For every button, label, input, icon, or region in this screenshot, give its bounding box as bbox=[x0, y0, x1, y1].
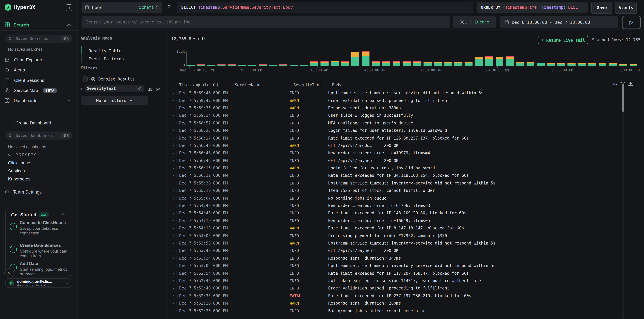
drag-handle-icon[interactable]: ⠿ bbox=[231, 83, 233, 87]
histogram-bar[interactable] bbox=[619, 64, 627, 66]
expand-row-icon[interactable]: › bbox=[172, 136, 174, 140]
expand-row-icon[interactable]: › bbox=[172, 309, 174, 313]
histogram-bar[interactable] bbox=[434, 62, 442, 66]
pin-icon[interactable] bbox=[156, 86, 160, 91]
histogram-bar[interactable] bbox=[558, 63, 565, 66]
sql-toggle[interactable]: SQL bbox=[460, 20, 467, 24]
get-started-task[interactable]: ✓ Connect to ClickHouse Set up your data… bbox=[10, 220, 69, 236]
expand-row-icon[interactable]: › bbox=[172, 256, 174, 261]
column-header-severitytext[interactable]: ⠿SeverityText bbox=[290, 82, 328, 87]
histogram-bar[interactable] bbox=[454, 62, 462, 66]
table-row[interactable]: › Dec 7 5:53:34.000 PM INFO Response sen… bbox=[168, 255, 624, 262]
histogram-bar[interactable] bbox=[465, 62, 472, 66]
column-header-servicename[interactable]: ⠿ServiceName bbox=[231, 82, 290, 87]
table-row[interactable]: › Dec 7 5:54:13.000 PM WARN Rate limit e… bbox=[168, 224, 624, 232]
histogram-bar[interactable] bbox=[537, 62, 545, 66]
source-select[interactable]: Logs Schema bbox=[82, 2, 162, 13]
histogram-bar[interactable] bbox=[588, 63, 596, 66]
histogram-bar[interactable] bbox=[403, 61, 411, 66]
histogram-bar[interactable] bbox=[310, 61, 318, 66]
expand-row-icon[interactable]: › bbox=[172, 166, 174, 170]
denoise-results-toggle[interactable]: Denoise Results bbox=[82, 76, 135, 81]
expand-row-icon[interactable]: › bbox=[172, 294, 174, 298]
presets-toggle[interactable]: PRESETS bbox=[8, 153, 37, 157]
code-view-icon[interactable]: </> bbox=[612, 82, 617, 86]
table-row[interactable]: › Dec 7 5:56:48.000 PM INFO New order cr… bbox=[168, 149, 624, 157]
histogram-bar[interactable] bbox=[362, 51, 370, 66]
chart-toggle-icon[interactable] bbox=[148, 86, 152, 91]
lucene-toggle[interactable]: Lucene bbox=[475, 20, 489, 24]
scrollbar-thumb[interactable] bbox=[622, 83, 624, 112]
get-started-task[interactable]: ✓ Create Data Sources Configure where yo… bbox=[10, 243, 69, 259]
saved-searches-input[interactable] bbox=[15, 36, 62, 41]
histogram-bar[interactable] bbox=[578, 63, 586, 66]
run-query-button[interactable]: ▷ bbox=[622, 16, 641, 29]
table-row[interactable]: › Dec 7 5:59:48.000 PM INFO Upstream ser… bbox=[168, 89, 624, 97]
histogram-bar[interactable] bbox=[259, 64, 267, 66]
table-row[interactable]: › Dec 7 5:52:28.000 PM WARN Response sen… bbox=[168, 300, 624, 307]
order-by-chip[interactable]: ORDER BY (TimestampTime, Timestamp) DESC bbox=[477, 2, 588, 13]
table-row[interactable]: › Dec 7 5:53:53.000 PM WARN Upstream ser… bbox=[168, 240, 624, 247]
histogram-bar[interactable] bbox=[444, 62, 452, 66]
expand-row-icon[interactable]: › bbox=[172, 211, 174, 215]
table-row[interactable]: › Dec 7 5:58:23.000 PM INFO Login failed… bbox=[168, 127, 624, 134]
histogram-bar[interactable] bbox=[516, 62, 524, 66]
expand-row-icon[interactable]: › bbox=[172, 151, 174, 155]
histogram-bar[interactable] bbox=[320, 61, 328, 66]
expand-row-icon[interactable]: › bbox=[172, 196, 174, 200]
histogram-bar[interactable] bbox=[341, 61, 349, 66]
table-row[interactable]: › Dec 7 5:52:25.000 PM INFO Background j… bbox=[168, 307, 624, 315]
table-row[interactable]: › Dec 7 5:56:15.000 PM WARN Login failed… bbox=[168, 164, 624, 172]
date-range-picker[interactable]: Dec 6 18:00:00 - Dec 7 18:00:00 bbox=[500, 16, 618, 28]
histogram-bar[interactable] bbox=[197, 64, 205, 66]
language-toggle[interactable]: SQL | Lucene bbox=[453, 16, 496, 28]
expand-row-icon[interactable]: › bbox=[172, 301, 174, 306]
table-row[interactable]: › Dec 7 5:58:52.000 PM INFO MFA challeng… bbox=[168, 119, 624, 127]
table-scrollbar[interactable] bbox=[622, 81, 624, 319]
resume-live-tail-button[interactable]: ⚡ Resume Live Tail bbox=[538, 36, 588, 44]
table-row[interactable]: › Dec 7 5:58:17.000 PM INFO Rate limit e… bbox=[168, 134, 624, 142]
expand-row-icon[interactable]: › bbox=[172, 286, 174, 291]
alerts-button[interactable]: Alerts bbox=[615, 2, 636, 14]
sidebar-item-alerts[interactable]: Alerts bbox=[0, 65, 78, 75]
expand-row-icon[interactable]: › bbox=[172, 189, 174, 193]
expand-row-icon[interactable]: › bbox=[172, 279, 174, 283]
histogram-bar[interactable] bbox=[547, 63, 555, 66]
create-dashboard-button[interactable]: + Create Dashboard bbox=[0, 118, 78, 127]
table-row[interactable]: › Dec 7 5:54:19.000 PM INFO New order cr… bbox=[168, 217, 624, 224]
chevron-up-icon[interactable] bbox=[62, 213, 66, 215]
sidebar-item-dashboards[interactable]: Dashboards bbox=[0, 96, 78, 105]
sidebar-collapse-icon[interactable]: ◂ bbox=[66, 4, 72, 11]
table-row[interactable]: › Dec 7 5:54:05.000 PM INFO Processing p… bbox=[168, 232, 624, 240]
denoise-checkbox[interactable] bbox=[82, 76, 88, 81]
expand-row-icon[interactable]: › bbox=[172, 158, 174, 163]
drag-handle-icon[interactable]: ⠿ bbox=[290, 83, 292, 87]
saved-searches-search[interactable]: ⌘K bbox=[5, 34, 72, 43]
column-header-body[interactable]: ⠿Body bbox=[328, 82, 624, 87]
histogram-bar[interactable] bbox=[485, 56, 493, 66]
histogram-bar[interactable] bbox=[609, 63, 617, 66]
histogram-bar[interactable] bbox=[218, 64, 225, 66]
expand-row-icon[interactable]: › bbox=[172, 106, 174, 110]
table-row[interactable]: › Dec 7 5:56:49.000 PM WARN GET /api/v1/… bbox=[168, 142, 624, 149]
histogram-bar[interactable] bbox=[496, 57, 504, 66]
event-search-bar[interactable] bbox=[82, 16, 450, 28]
select-clause-input[interactable]: SELECT Timestamp,ServiceName,SeverityTex… bbox=[177, 2, 473, 13]
expand-row-icon[interactable]: › bbox=[172, 173, 174, 178]
saved-dashboards-input[interactable] bbox=[15, 133, 62, 138]
sidebar-item-chart-explorer[interactable]: Chart Explorer bbox=[0, 55, 78, 64]
histogram-bar[interactable] bbox=[248, 64, 256, 66]
preset-clickhouse[interactable]: ClickHouse bbox=[8, 160, 30, 165]
chevron-up-icon[interactable] bbox=[67, 24, 71, 26]
table-row[interactable]: › Dec 7 5:54:48.000 PM INFO New order cr… bbox=[168, 202, 624, 210]
expand-row-icon[interactable]: › bbox=[172, 203, 174, 208]
expand-row-icon[interactable]: › bbox=[172, 264, 174, 268]
histogram-bar[interactable] bbox=[269, 64, 277, 66]
table-row[interactable]: › Dec 7 5:55:38.000 PM INFO Upstream ser… bbox=[168, 179, 624, 187]
histogram-bar[interactable] bbox=[526, 62, 534, 66]
preset-kubernetes[interactable]: Kubernetes bbox=[8, 176, 30, 181]
save-button[interactable]: Save bbox=[591, 2, 612, 14]
table-row[interactable]: › Dec 7 5:59:14.000 PM INFO User alice_w… bbox=[168, 112, 624, 119]
table-row[interactable]: › Dec 7 5:53:02.000 PM INFO Upstream ser… bbox=[168, 262, 624, 270]
mode-results-table[interactable]: Results Table bbox=[88, 48, 122, 53]
